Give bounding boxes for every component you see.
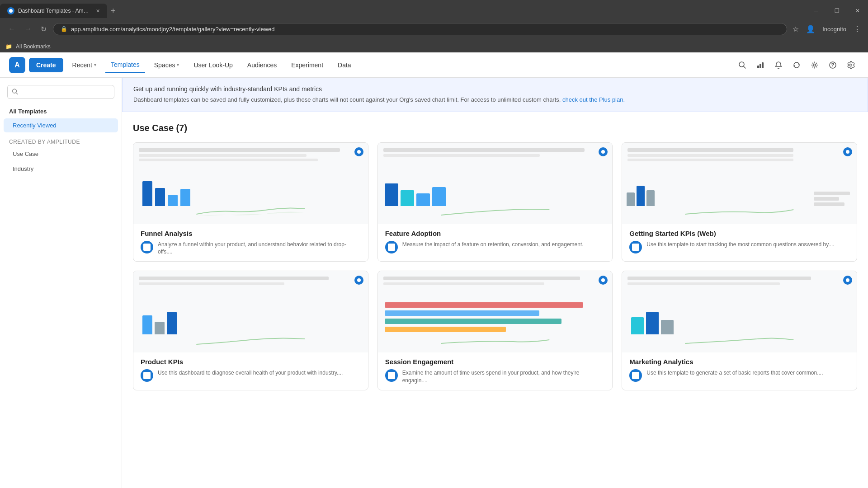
template-thumbnail-feature — [378, 143, 613, 224]
recently-viewed-label: Recently Viewed — [13, 122, 57, 129]
chart-icon-button[interactable] — [752, 57, 769, 73]
nav-data-label: Data — [338, 61, 351, 69]
sidebar-item-recently-viewed[interactable]: Recently Viewed — [4, 118, 118, 132]
url-text: app.amplitude.com/analytics/moodjoy2/tem… — [71, 26, 275, 33]
template-meta-session: Examine the amount of time users spend i… — [385, 369, 605, 385]
template-desc-product: Use this dashboard to diagnose overall h… — [158, 369, 343, 377]
settings-quick-button[interactable] — [807, 57, 823, 73]
template-thumbnail-kpis — [622, 143, 857, 224]
template-avatar-product — [141, 369, 153, 382]
minimize-button[interactable]: ─ — [806, 4, 826, 18]
forward-button[interactable]: → — [22, 23, 34, 35]
template-thumbnail-session — [378, 271, 613, 352]
nav-recent-chevron: ▾ — [94, 62, 96, 67]
banner-link[interactable]: check out the Plus plan. — [562, 96, 625, 103]
tab-close-button[interactable]: ✕ — [96, 8, 100, 14]
app-container: A Create Recent ▾ Templates Spaces ▾ Use… — [0, 52, 868, 488]
maximize-button[interactable]: ❐ — [826, 4, 847, 18]
section-title: Use Case (7) — [133, 123, 857, 133]
reload-button[interactable]: ↻ — [38, 23, 49, 35]
address-bar[interactable]: 🔒 app.amplitude.com/analytics/moodjoy2/t… — [53, 23, 787, 35]
svg-point-0 — [9, 9, 13, 13]
template-avatar-feature — [385, 241, 398, 253]
template-info-product: Product KPIs Use this dashboard to diagn… — [133, 352, 368, 387]
industry-label: Industry — [13, 165, 33, 172]
svg-point-8 — [832, 66, 833, 67]
browser-nav: ← → ↻ 🔒 app.amplitude.com/analytics/mood… — [0, 18, 868, 40]
nav-item-data[interactable]: Data — [332, 58, 357, 72]
create-button[interactable]: Create — [29, 58, 63, 72]
svg-rect-5 — [762, 62, 764, 68]
bell-icon-button[interactable] — [770, 57, 787, 73]
nav-item-templates[interactable]: Templates — [105, 57, 145, 73]
nav-icons — [734, 57, 859, 73]
info-banner: Get up and running quickly with industry… — [122, 78, 868, 112]
tab-favicon — [7, 7, 14, 14]
template-info-feature: Feature Adoption Measure the impact of a… — [378, 224, 613, 259]
template-card-funnel[interactable]: Funnel Analysis Analyze a funnel within … — [133, 142, 368, 262]
template-desc-session: Examine the amount of time users spend i… — [402, 369, 605, 385]
nav-spaces-label: Spaces — [154, 61, 175, 69]
template-name-session: Session Engagement — [385, 358, 605, 366]
bookmarks-folder-icon: 📁 — [5, 43, 12, 50]
nav-actions: ☆ 👤 Incognito ⋮ — [791, 23, 863, 35]
created-by-amplitude-label: Created By Amplitude — [0, 133, 122, 147]
template-thumbnail-funnel — [133, 143, 368, 224]
svg-line-2 — [744, 66, 746, 68]
template-info-marketing: Marketing Analytics Use this template to… — [622, 352, 857, 387]
banner-desc-text: Dashboard templates can be saved and ful… — [133, 96, 561, 103]
nav-recent-label: Recent — [72, 61, 92, 69]
use-case-label: Use Case — [13, 150, 38, 157]
template-card-marketing[interactable]: Marketing Analytics Use this template to… — [622, 271, 857, 390]
nav-spaces-chevron: ▾ — [177, 62, 179, 67]
svg-line-10 — [16, 93, 18, 94]
sidebar-item-use-case[interactable]: Use Case — [4, 147, 118, 161]
bookmarks-bar: 📁 All Bookmarks — [0, 40, 868, 52]
profile-button[interactable]: 👤 — [804, 23, 817, 35]
template-name-marketing: Marketing Analytics — [629, 358, 849, 366]
template-card-feature[interactable]: Feature Adoption Measure the impact of a… — [377, 142, 613, 262]
amplitude-logo[interactable]: A — [9, 57, 25, 73]
template-avatar-session — [385, 369, 398, 382]
template-meta-feature: Measure the impact of a feature on reten… — [385, 241, 605, 253]
nav-item-spaces[interactable]: Spaces ▾ — [149, 58, 185, 72]
sidebar-search-input[interactable] — [7, 85, 114, 99]
back-button[interactable]: ← — [5, 23, 18, 35]
template-desc-marketing: Use this template to generate a set of b… — [646, 369, 823, 377]
template-info-session: Session Engagement Examine the amount of… — [378, 352, 613, 390]
close-button[interactable]: ✕ — [847, 4, 868, 18]
search-nav-button[interactable] — [734, 57, 750, 73]
template-desc-feature: Measure the impact of a feature on reten… — [402, 241, 584, 249]
extensions-button[interactable]: ⋮ — [852, 23, 863, 35]
window-controls: ─ ❐ ✕ — [806, 4, 868, 18]
nav-audiences-label: Audiences — [247, 61, 277, 69]
template-thumbnail-marketing — [622, 271, 857, 352]
template-card-session[interactable]: Session Engagement Examine the amount of… — [377, 271, 613, 390]
nav-item-userlookup[interactable]: User Look-Up — [188, 58, 238, 72]
pin-icon-3 — [843, 147, 852, 156]
new-tab-button[interactable]: + — [107, 6, 119, 16]
main-layout: All Templates Recently Viewed Created By… — [0, 78, 868, 488]
template-name-funnel: Funnel Analysis — [141, 230, 361, 237]
active-tab[interactable]: Dashboard Templates - Ampli... ✕ — [0, 4, 107, 18]
template-card-kpis[interactable]: Getting Started KPIs (Web) Use this temp… — [622, 142, 857, 262]
template-thumbnail-product — [133, 271, 368, 352]
bookmark-button[interactable]: ☆ — [791, 23, 801, 35]
nav-templates-label: Templates — [111, 61, 140, 68]
template-card-product[interactable]: Product KPIs Use this dashboard to diagn… — [133, 271, 368, 390]
sync-icon-button[interactable] — [788, 57, 805, 73]
help-icon-button[interactable] — [825, 57, 841, 73]
nav-item-experiment[interactable]: Experiment — [286, 58, 329, 72]
template-meta-marketing: Use this template to generate a set of b… — [629, 369, 849, 382]
template-desc-funnel: Analyze a funnel within your product, an… — [158, 241, 361, 256]
sidebar-item-industry[interactable]: Industry — [4, 162, 118, 176]
sidebar: All Templates Recently Viewed Created By… — [0, 78, 122, 488]
template-meta-kpis: Use this template to start tracking the … — [629, 241, 849, 253]
template-desc-kpis: Use this template to start tracking the … — [646, 241, 834, 249]
nav-item-recent[interactable]: Recent ▾ — [67, 58, 102, 72]
gear-icon-button[interactable] — [843, 57, 859, 73]
bookmarks-label: All Bookmarks — [16, 43, 51, 50]
nav-item-audiences[interactable]: Audiences — [242, 58, 282, 72]
template-grid: Funnel Analysis Analyze a funnel within … — [133, 142, 857, 390]
svg-rect-3 — [757, 66, 759, 68]
